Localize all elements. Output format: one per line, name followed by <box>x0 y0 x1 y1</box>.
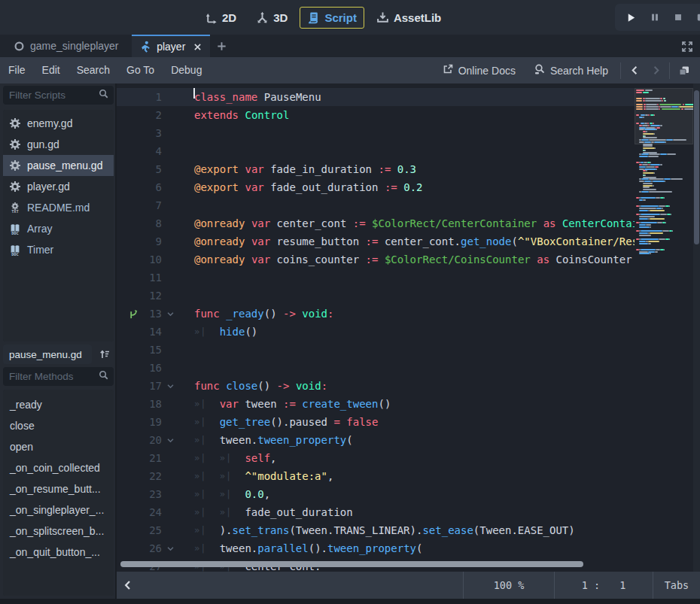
minimap-segment <box>639 208 656 209</box>
script-item-player.gd[interactable]: player.gd <box>3 176 114 197</box>
script-name: player.gd <box>27 181 70 193</box>
connection-slot-icon[interactable] <box>117 308 139 320</box>
search-help-button[interactable]: Search Help <box>525 63 617 77</box>
minimap-segment <box>645 175 646 176</box>
close-icon[interactable] <box>193 42 202 52</box>
script-item-Timer[interactable]: DOCTimer <box>3 239 114 260</box>
main-screen-script-button[interactable]: Script <box>300 7 364 29</box>
play-button[interactable] <box>623 9 640 26</box>
code-line-19[interactable]: 19»|get_tree().paused = false <box>117 413 635 431</box>
method-item-_on_coin_collected[interactable]: _on_coin_collected <box>3 457 114 478</box>
vertical-scrollbar-thumb[interactable] <box>694 90 699 244</box>
minimap-segment <box>664 178 671 180</box>
code-line-6[interactable]: 6@export var fade_out_duration := 0.2 <box>117 178 635 196</box>
menu-edit[interactable]: Edit <box>34 57 68 83</box>
minimap-segment <box>641 214 661 215</box>
script-item-enemy.gd[interactable]: enemy.gd <box>3 113 114 134</box>
script-item-README.md[interactable]: TXTREADME.md <box>3 197 114 218</box>
collapse-sidebar-button[interactable] <box>117 572 139 599</box>
fold-arrow-icon[interactable] <box>162 545 194 553</box>
code-editor[interactable]: 1class_name PauseMenu2extends Control345… <box>117 83 700 572</box>
expand-window-icon[interactable] <box>679 38 695 55</box>
script-item-gun.gd[interactable]: gun.gd <box>3 134 114 155</box>
minimap[interactable] <box>635 83 693 572</box>
code-line-11[interactable]: 11 <box>117 269 635 287</box>
history-back-button[interactable] <box>625 62 644 80</box>
menu-file[interactable]: File <box>0 57 34 83</box>
indent-type-button[interactable]: Tabs <box>653 579 700 591</box>
method-item-_on_singleplayer_[interactable]: _on_singleplayer_... <box>3 499 114 521</box>
code-line-17[interactable]: 17func close() -> void: <box>117 377 635 395</box>
code-line-13[interactable]: 13func _ready() -> void: <box>117 305 635 323</box>
code-line-4[interactable]: 4 <box>117 142 635 160</box>
line-number: 10 <box>139 253 162 266</box>
code-line-23[interactable]: 23»|»|0.0, <box>117 485 635 503</box>
script-name: enemy.gd <box>27 117 72 129</box>
code-line-7[interactable]: 7 <box>117 196 635 214</box>
code-line-24[interactable]: 24»|»|fade_out_duration <box>117 503 635 521</box>
stop-button[interactable] <box>670 9 686 26</box>
line-number: 3 <box>139 127 162 139</box>
movie-icon <box>696 12 700 23</box>
svg-text:TXT: TXT <box>11 209 19 214</box>
code-line-1[interactable]: 1class_name PauseMenu <box>117 88 635 106</box>
code-line-5[interactable]: 5@export var fade_in_duration := 0.3 <box>117 160 635 178</box>
pause-button[interactable] <box>647 9 663 26</box>
filter-methods-input[interactable]: Filter Methods <box>3 367 114 386</box>
filter-scripts-input[interactable]: Filter Scripts <box>3 86 114 105</box>
method-item-_on_splitscreen_b[interactable]: _on_splitscreen_b... <box>3 521 114 542</box>
code-line-2[interactable]: 2extends Control <box>117 106 635 124</box>
code-line-25[interactable]: 25»|).set_trans(Tween.TRANS_LINEAR).set_… <box>117 521 635 539</box>
code-line-3[interactable]: 3 <box>117 124 635 142</box>
code-line-15[interactable]: 15 <box>117 341 635 359</box>
code-line-14[interactable]: 14»|hide() <box>117 323 635 341</box>
horizontal-scrollbar-thumb[interactable] <box>120 561 583 567</box>
method-item-_ready[interactable]: _ready <box>3 394 114 415</box>
code-line-12[interactable]: 12 <box>117 287 635 305</box>
menu-debug[interactable]: Debug <box>163 57 210 83</box>
code-line-10[interactable]: 10@onready var coins_counter := $ColorRe… <box>117 250 635 269</box>
minimap-segment <box>644 181 651 182</box>
scene-tab-player[interactable]: player <box>132 35 210 57</box>
code-line-18[interactable]: 18»|var tween := create_tween() <box>117 395 635 413</box>
code-line-16[interactable]: 16 <box>117 359 635 377</box>
minimap-segment <box>642 164 648 165</box>
minimap-viewport[interactable] <box>635 88 693 144</box>
token-ann: @onready <box>194 253 245 266</box>
code-line-8[interactable]: 8@onready var center_cont := $ColorRect/… <box>117 214 635 232</box>
history-forward-button[interactable] <box>647 62 665 80</box>
method-item-_on_resume_butt[interactable]: _on_resume_butt... <box>3 478 114 499</box>
online-docs-button[interactable]: Online Docs <box>433 63 525 77</box>
main-screen-3d-button[interactable]: 3D <box>248 7 295 29</box>
add-scene-tab-button[interactable] <box>213 38 230 54</box>
main-screen-2d-button[interactable]: 2D <box>197 7 244 29</box>
script-item-Array[interactable]: DOCArray <box>3 218 114 239</box>
script-item-pause_menu.gd[interactable]: pause_menu.gd <box>3 155 114 176</box>
fold-arrow-icon[interactable] <box>162 436 194 445</box>
minimap-row <box>636 156 692 157</box>
scene-tab-game_singleplayer[interactable]: game_singleplayer <box>6 35 126 57</box>
method-item-open[interactable]: open <box>3 436 114 457</box>
code-line-22[interactable]: 22»|»|^"modulate:a", <box>117 467 635 485</box>
panel-layout-icon[interactable] <box>673 62 695 80</box>
code-line-21[interactable]: 21»|»|self, <box>117 449 635 467</box>
code-text-area[interactable]: 1class_name PauseMenu2extends Control345… <box>117 88 635 572</box>
method-item-_on_quit_button_[interactable]: _on_quit_button_... <box>3 542 114 563</box>
code-line-9[interactable]: 9@onready var resume_button := center_co… <box>117 232 635 250</box>
main-screen-assetlib-button[interactable]: AssetLib <box>369 7 449 29</box>
minimap-segment <box>648 241 660 242</box>
code-line-26[interactable]: 26»|tween.parallel().tween_property( <box>117 539 635 557</box>
line-number: 26 <box>139 542 162 554</box>
vertical-scrollbar[interactable] <box>693 83 700 572</box>
play-scene-button[interactable] <box>693 9 700 26</box>
method-item-close[interactable]: close <box>3 415 114 436</box>
fold-arrow-icon[interactable] <box>162 382 194 390</box>
fold-arrow-icon[interactable] <box>162 310 194 318</box>
sort-methods-button[interactable] <box>96 345 114 363</box>
code-line-20[interactable]: 20»|tween.tween_property( <box>117 431 635 449</box>
menu-go-to[interactable]: Go To <box>118 57 163 83</box>
line-number: 14 <box>139 326 162 338</box>
menu-search[interactable]: Search <box>68 57 118 83</box>
token-fn: create_tween <box>302 398 378 410</box>
horizontal-scrollbar[interactable] <box>117 560 693 569</box>
